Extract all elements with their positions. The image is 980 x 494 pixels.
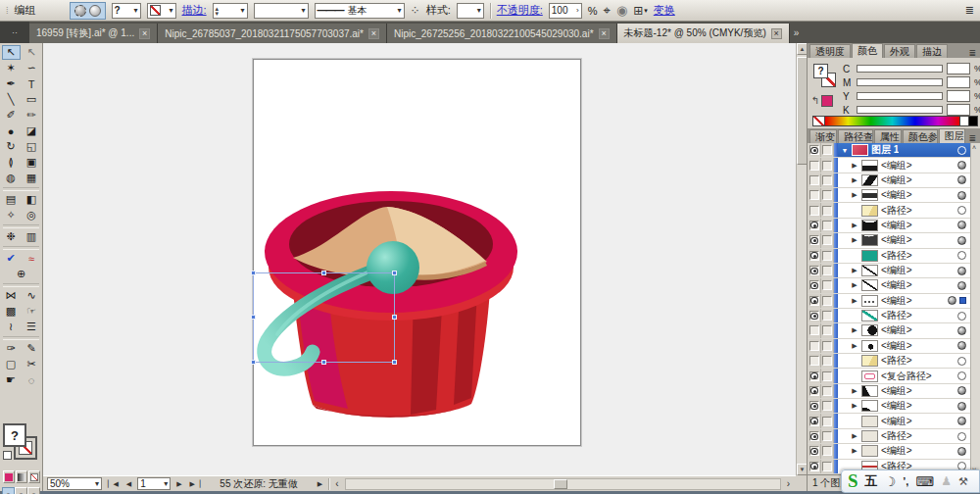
- expander-icon[interactable]: ▶: [851, 236, 858, 244]
- layer-object-row[interactable]: <编组>: [808, 414, 980, 428]
- style-options-icon[interactable]: ⁘: [411, 4, 420, 18]
- white-swatch[interactable]: [960, 116, 969, 126]
- visibility-toggle[interactable]: [808, 294, 821, 308]
- scrollbar-thumb[interactable]: [554, 479, 567, 489]
- layer-thumbnail[interactable]: [861, 385, 878, 397]
- expander-icon[interactable]: ▼: [841, 147, 849, 154]
- document-tab-4[interactable]: 未标题-12* @ 50% (CMYK/预览)×: [617, 24, 790, 43]
- target-icon[interactable]: [957, 191, 966, 200]
- target-icon[interactable]: [957, 161, 966, 170]
- layer-name[interactable]: <编组>: [881, 278, 912, 292]
- lock-toggle[interactable]: [821, 460, 834, 473]
- visibility-toggle[interactable]: [808, 414, 821, 427]
- opacity-input[interactable]: 100 ›: [549, 3, 582, 19]
- fill-swatch[interactable]: ?: [3, 423, 26, 447]
- layer-thumbnail[interactable]: [861, 340, 878, 352]
- target-icon[interactable]: [957, 341, 966, 350]
- color-button[interactable]: [3, 470, 15, 483]
- layer-object-row[interactable]: <复合路径>: [808, 369, 980, 383]
- lock-toggle[interactable]: [821, 233, 834, 247]
- layer-name[interactable]: <编组>: [881, 384, 912, 398]
- layer-name[interactable]: <编组>: [881, 188, 912, 202]
- layer-name[interactable]: <路径>: [881, 354, 912, 368]
- layer-name[interactable]: <编组>: [881, 399, 912, 413]
- target-icon[interactable]: [957, 357, 966, 366]
- close-icon[interactable]: ×: [368, 28, 379, 39]
- color-spectrum-bar[interactable]: [812, 116, 978, 126]
- panel-menu-icon[interactable]: ≣: [966, 48, 978, 58]
- visibility-toggle[interactable]: [808, 219, 821, 232]
- channel-value-input[interactable]: [947, 63, 970, 74]
- gradient-button[interactable]: [16, 470, 27, 483]
- blend-tool[interactable]: ◎: [23, 208, 41, 222]
- layer-thumbnail[interactable]: [861, 400, 878, 412]
- layer-row[interactable]: ▼图层 1: [808, 143, 980, 158]
- panel-tab-渐变[interactable]: 渐变: [809, 129, 837, 143]
- lock-toggle[interactable]: [821, 429, 834, 443]
- channel-slider[interactable]: [857, 65, 943, 73]
- fill-color-dropdown[interactable]: ? ▾: [112, 3, 141, 19]
- lock-toggle[interactable]: [821, 143, 834, 157]
- lock-toggle[interactable]: [821, 384, 834, 398]
- rectangle-tool[interactable]: ▭: [23, 92, 41, 107]
- visibility-toggle[interactable]: [808, 339, 821, 353]
- target-icon[interactable]: [957, 447, 966, 456]
- layer-object-row[interactable]: ▶<编组>: [808, 219, 980, 233]
- visibility-toggle[interactable]: [808, 369, 821, 382]
- recolor-artwork-icon[interactable]: ◉: [616, 3, 627, 18]
- layer-name[interactable]: 图层 1: [871, 143, 899, 157]
- layer-thumbnail[interactable]: [861, 265, 878, 276]
- mesh-grid-tool[interactable]: ▩: [2, 304, 21, 319]
- visibility-toggle[interactable]: [808, 143, 821, 157]
- layer-thumbnail[interactable]: [861, 220, 878, 231]
- target-icon[interactable]: [957, 146, 966, 155]
- last-page-button[interactable]: ▶▕: [188, 480, 203, 488]
- layers-scrollbar[interactable]: ˄ ˅: [970, 143, 980, 474]
- visibility-toggle[interactable]: [808, 323, 821, 337]
- layer-object-row[interactable]: ▶<编组>: [808, 339, 980, 354]
- visibility-toggle[interactable]: [808, 158, 821, 172]
- channel-value-input[interactable]: [947, 76, 970, 88]
- expander-icon[interactable]: ▶: [851, 447, 858, 455]
- layer-object-row[interactable]: ▶<编组>: [808, 158, 980, 173]
- layer-object-row[interactable]: ▶<编组>: [808, 444, 980, 459]
- layer-object-row[interactable]: <路径>: [808, 249, 980, 264]
- rotate-tool[interactable]: ↻: [2, 139, 21, 154]
- none-swatch-icon[interactable]: [812, 116, 825, 126]
- line-segment-tool[interactable]: ╲: [2, 92, 21, 107]
- expander-icon[interactable]: ▶: [851, 387, 858, 395]
- lock-toggle[interactable]: [821, 173, 834, 187]
- selection-handle[interactable]: [251, 271, 256, 275]
- document-tab-3[interactable]: Nipic_26725256_20180322100545029030.ai*×: [387, 24, 617, 43]
- layer-thumbnail[interactable]: [861, 205, 878, 217]
- layer-name[interactable]: <编组>: [881, 339, 912, 353]
- opacity-spinner-icon[interactable]: ›: [573, 6, 579, 15]
- warp-tool[interactable]: ≈: [23, 251, 41, 266]
- expander-icon[interactable]: ▶: [851, 326, 858, 334]
- layer-thumbnail[interactable]: [861, 445, 878, 457]
- mesh-tool[interactable]: ▤: [2, 192, 21, 207]
- visibility-toggle[interactable]: [808, 444, 821, 458]
- slice-tool[interactable]: ✂: [23, 357, 41, 371]
- expander-icon[interactable]: ▶: [851, 222, 858, 229]
- channel-value-input[interactable]: [947, 104, 970, 116]
- expander-icon[interactable]: ▶: [851, 191, 858, 199]
- control-panel-menu-icon[interactable]: ≣: [965, 4, 974, 17]
- layer-object-row[interactable]: ▶<编组>: [808, 323, 980, 338]
- target-icon[interactable]: [957, 236, 966, 245]
- moon-icon[interactable]: ☽: [885, 474, 897, 489]
- layer-object-row[interactable]: ▶<编组>: [808, 233, 980, 248]
- channel-slider[interactable]: [857, 92, 943, 100]
- layer-thumbnail[interactable]: [861, 234, 878, 246]
- target-icon[interactable]: [957, 281, 966, 290]
- lock-toggle[interactable]: [821, 309, 834, 322]
- selection-handle[interactable]: [251, 360, 256, 365]
- layer-object-row[interactable]: ▶<路径>: [808, 429, 980, 444]
- visibility-toggle[interactable]: [808, 264, 821, 277]
- stroke-weight-dropdown[interactable]: ▴▾ ▾: [213, 3, 248, 19]
- selection-bounding-box[interactable]: [253, 272, 395, 363]
- panel-tab-外观[interactable]: 外观: [884, 44, 915, 58]
- stroke-weight-spinner[interactable]: ▴▾: [216, 6, 220, 16]
- panel-tab-颜色参[interactable]: 颜色参: [903, 129, 938, 143]
- lock-toggle[interactable]: [821, 323, 834, 337]
